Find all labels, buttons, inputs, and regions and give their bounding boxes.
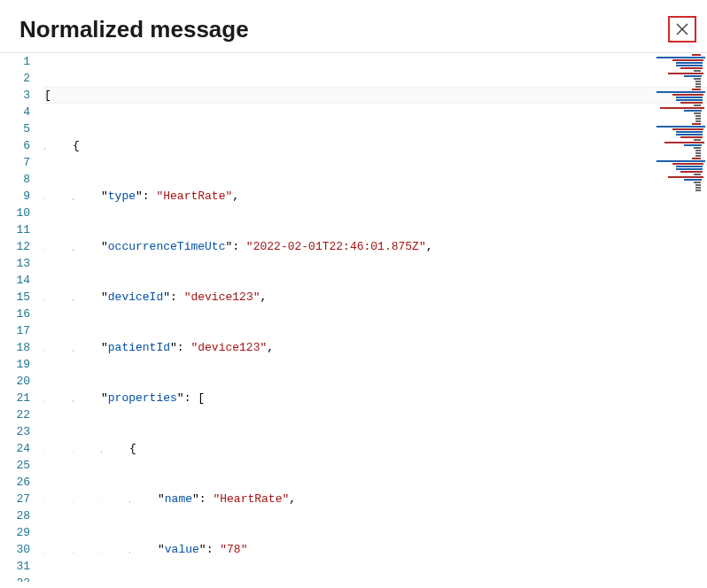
line-number: 26 [0,474,30,491]
vertical-scrollbar[interactable] [695,53,707,582]
line-number: 28 [0,507,30,524]
line-number: 8 [0,171,30,188]
line-number: 32 [0,575,30,582]
dialog-title: Normalized message [19,16,249,43]
line-number: 19 [0,356,30,373]
line-number: 12 [0,238,30,255]
line-number: 1 [0,53,30,70]
line-number: 6 [0,137,30,154]
line-number: 23 [0,423,30,440]
line-number: 20 [0,373,30,390]
line-number: 2 [0,70,30,87]
line-number: 16 [0,306,30,322]
line-number: 10 [0,205,30,221]
close-icon [676,23,688,35]
line-number: 5 [0,120,30,137]
line-number: 4 [0,104,30,120]
code-content[interactable]: [ { "type": "HeartRate", "occurrenceTime… [44,53,707,582]
line-number-gutter: 1234567891011121314151617181920212223242… [0,53,44,582]
line-number: 9 [0,188,30,205]
line-number: 22 [0,406,30,423]
line-number: 17 [0,322,30,339]
line-number: 31 [0,558,30,575]
line-number: 24 [0,440,30,457]
line-number: 15 [0,289,30,306]
line-number: 14 [0,272,30,289]
line-number: 11 [0,221,30,238]
line-number: 30 [0,541,30,558]
code-editor[interactable]: 1234567891011121314151617181920212223242… [0,52,707,582]
line-number: 29 [0,524,30,541]
line-number: 18 [0,339,30,356]
line-number: 25 [0,457,30,474]
line-number: 13 [0,255,30,272]
line-number: 7 [0,154,30,171]
close-button[interactable] [668,16,696,43]
line-number: 27 [0,491,30,507]
line-number: 21 [0,390,30,406]
dialog-header: Normalized message [0,0,707,52]
line-number: 3 [0,87,30,104]
